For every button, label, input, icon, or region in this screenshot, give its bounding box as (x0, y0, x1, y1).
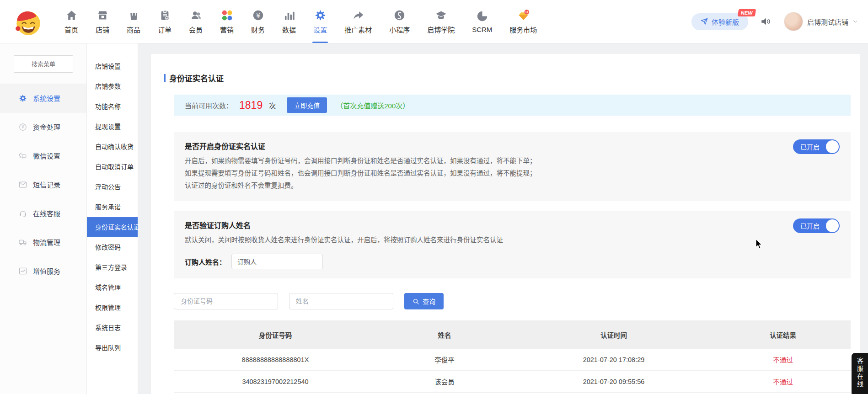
submenu-item-auto-confirm[interactable]: 自动确认收货 (87, 137, 138, 157)
nav-item-shop[interactable]: 店铺 (87, 0, 118, 43)
nav-label: 启博学院 (427, 25, 455, 34)
table-row: 88888888888888801X 李俊平 2021-07-20 17:08:… (174, 349, 851, 371)
nav-label: 商品 (127, 25, 140, 34)
nav-item-miniprogram[interactable]: 小程序 (380, 0, 418, 43)
announcement-speaker-icon[interactable] (760, 16, 772, 27)
section-title: 是否开启身份证实名认证 (185, 140, 840, 151)
id-number-search-input[interactable] (174, 293, 278, 309)
new-badge: NEW (738, 9, 756, 16)
nav-item-goods[interactable]: 商品 (118, 0, 149, 43)
nav-item-promo[interactable]: 推广素材 (336, 0, 380, 43)
sidebar-item-label: 物流管理 (33, 237, 60, 247)
scrm-pie-icon (476, 10, 488, 22)
first-recharge-bonus-note: （首次充值赠送200次） (336, 101, 409, 110)
menu-search-input[interactable] (14, 55, 73, 73)
content-panel: 身份证实名认证 当前可用次数： 1819 次 立即充值 （首次充值赠送200次）… (151, 54, 860, 394)
table-header-row: 身份证号码 姓名 认证时间 认证结果 (174, 320, 851, 349)
id-auth-toggle[interactable]: 已开启 (793, 139, 840, 154)
nav-item-marketing[interactable]: 营销 (211, 0, 242, 43)
toggle-label: 已开启 (800, 221, 820, 230)
nav-label: 财务 (251, 25, 265, 34)
submenu-item-third-party-login[interactable]: 第三方登录 (87, 257, 138, 277)
submenu-item-auto-cancel[interactable]: 自动取消订单 (87, 157, 138, 177)
nav-item-members[interactable]: 会员 (180, 0, 211, 43)
submenu-item-change-password[interactable]: 修改密码 (87, 237, 138, 257)
sidebar-item-customer-service[interactable]: 在线客服 (0, 199, 86, 228)
toggle-label: 已开启 (800, 142, 820, 151)
sidebar-item-sms[interactable]: 短信记录 (0, 170, 86, 199)
sidebar-item-value-added[interactable]: 增值服务 (0, 256, 86, 285)
store-avatar (784, 12, 803, 31)
sidebar-item-label: 短信记录 (33, 180, 60, 189)
orderer-name-toggle[interactable]: 已开启 (793, 218, 840, 233)
market-gem-icon: H (517, 9, 530, 21)
submenu-item-domain[interactable]: 域名管理 (87, 277, 138, 298)
sidebar-item-system-settings[interactable]: 系统设置 (0, 84, 86, 112)
submenu-item-feature-names[interactable]: 功能名称 (87, 96, 138, 117)
submenu-item-permissions[interactable]: 权限管理 (87, 298, 138, 318)
section-desc-line: 默认关闭，关闭时按照收货人姓名来进行身份证实名认证，开启后，将按照订购人姓名来进… (185, 234, 840, 246)
submenu-item-service-promise[interactable]: 服务承诺 (87, 197, 138, 217)
goods-bag-icon (128, 9, 140, 21)
top-navbar: 首页 店铺 商品 订单 会员 营销 ¥ 财务 数据 (0, 0, 868, 43)
query-button-label: 查询 (423, 297, 435, 306)
col-header-name: 姓名 (377, 330, 512, 340)
nav-item-home[interactable]: 首页 (56, 0, 87, 43)
quota-count: 1819 (239, 99, 263, 112)
orderer-name-label: 订购人姓名： (185, 257, 226, 266)
orderer-name-input[interactable] (231, 254, 323, 269)
nav-item-data[interactable]: 数据 (273, 0, 305, 43)
cell-name: 该会员 (377, 377, 512, 386)
submenu-item-system-log[interactable]: 系统日志 (87, 318, 138, 338)
nav-item-orders[interactable]: 订单 (149, 0, 180, 43)
svg-text:¥: ¥ (256, 11, 260, 19)
name-search-input[interactable] (289, 293, 393, 309)
submenu-item-shop-params[interactable]: 店铺参数 (87, 76, 138, 96)
account-menu[interactable]: 启博测试店铺 (784, 12, 858, 31)
nav-item-academy[interactable]: 启博学院 (418, 0, 463, 43)
try-new-version-button[interactable]: 体验新版 NEW (691, 13, 748, 30)
nav-item-market[interactable]: H 服务市场 (501, 0, 546, 43)
page-title-text: 身份证实名认证 (169, 72, 224, 84)
query-button[interactable]: 查询 (404, 293, 444, 309)
nav-item-scrm[interactable]: SCRM (463, 0, 501, 43)
cell-id: 340823197002212540 (174, 378, 377, 385)
brand-logo-icon[interactable] (13, 6, 43, 37)
nav-item-finance[interactable]: ¥ 财务 (242, 0, 273, 43)
cell-result: 不通过 (715, 377, 851, 386)
col-header-time: 认证时间 (512, 330, 715, 340)
nav-item-settings[interactable]: 设置 (305, 0, 336, 43)
section-desc-line: 开启后，如果购物需要填写身份证号码，会调用接口判断身份证和姓名是否通过实名认证，… (185, 155, 840, 167)
finance-yuan-icon: ¥ (252, 9, 264, 21)
yuan-circle-icon: ¥ (18, 122, 27, 132)
promo-share-icon (352, 9, 364, 21)
submenu-item-withdrawal[interactable]: 提现设置 (87, 117, 138, 137)
submenu-item-export-queue[interactable]: 导出队列 (87, 338, 138, 358)
sidebar-item-wechat[interactable]: 微信设置 (0, 141, 86, 170)
col-header-result: 认证结果 (715, 330, 851, 340)
main-area: 身份证实名认证 当前可用次数： 1819 次 立即充值 （首次充值赠送200次）… (138, 43, 868, 394)
sidebar-item-logistics[interactable]: 物流管理 (0, 228, 86, 256)
col-header-id: 身份证号码 (174, 330, 377, 340)
submenu-item-floating-notice[interactable]: 浮动公告 (87, 177, 138, 197)
table-row: 340823197002212540 该会员 2021-07-20 09:55:… (174, 371, 851, 393)
headset-icon (18, 209, 27, 218)
members-icon (190, 9, 202, 21)
nav-label: 数据 (282, 25, 296, 34)
recharge-button[interactable]: 立即充值 (287, 97, 327, 113)
nav-label: 营销 (220, 25, 234, 34)
sidebar-item-funds[interactable]: ¥ 资金处理 (0, 112, 86, 141)
cell-time: 2021-07-20 09:55:56 (512, 378, 715, 385)
submenu-item-shop-settings[interactable]: 店铺设置 (87, 56, 138, 76)
nav-label: 会员 (189, 25, 203, 34)
sidebar-item-label: 在线客服 (33, 208, 60, 218)
top-nav-items: 首页 店铺 商品 订单 会员 营销 ¥ 财务 数据 (56, 0, 546, 43)
section-orderer-name: 是否验证订购人姓名 默认关闭，关闭时按照收货人姓名来进行身份证实名认证，开启后，… (174, 211, 851, 278)
cell-name: 李俊平 (377, 355, 512, 364)
search-icon (413, 298, 419, 305)
trend-chart-icon (18, 266, 27, 276)
gear-icon (18, 94, 27, 103)
page-title: 身份证实名认证 (164, 72, 851, 84)
submenu-item-id-verification[interactable]: 身份证实名认证 (87, 217, 138, 237)
customer-service-tab[interactable]: 客服在线 (852, 353, 868, 394)
